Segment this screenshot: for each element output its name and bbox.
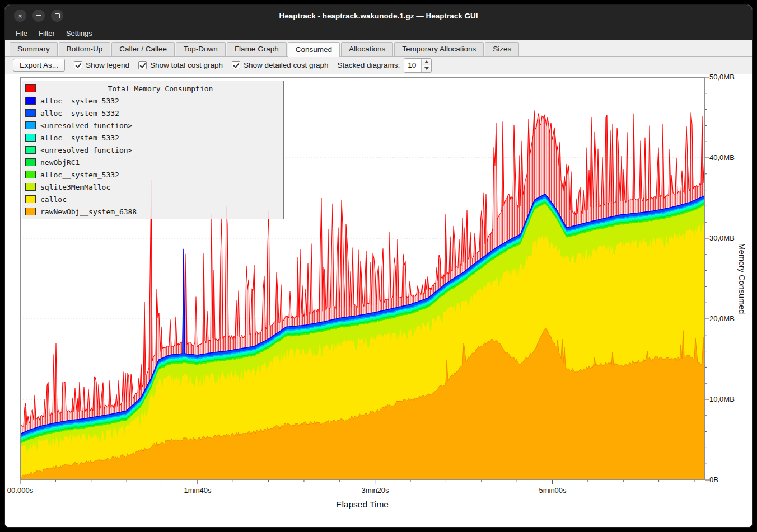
x-tick-label: 1min40s	[184, 486, 211, 495]
legend-color-swatch	[25, 97, 36, 105]
arrow-up-icon	[424, 60, 429, 63]
legend-item: newObjRC1	[24, 156, 282, 168]
arrow-down-icon	[424, 67, 429, 70]
y-axis-title: Memory Consumed	[737, 243, 746, 314]
legend-color-swatch	[25, 171, 36, 178]
close-button[interactable]: ×	[14, 10, 26, 22]
tab-top-down[interactable]: Top-Down	[176, 42, 226, 56]
tab-flame-graph[interactable]: Flame Graph	[227, 42, 287, 56]
titlebar[interactable]: × Heaptrack - heaptrack.wakunode.1.gz — …	[5, 5, 752, 26]
legend-item: alloc__system_5332	[24, 95, 282, 107]
minimize-icon	[36, 15, 41, 16]
legend-label: <unresolved function>	[40, 121, 132, 130]
x-axis-title: Elapsed Time	[336, 500, 389, 510]
show-total-cost-graph-checkbox[interactable]: Show total cost graph	[138, 61, 223, 69]
legend-color-swatch	[25, 183, 36, 191]
menu-settings[interactable]: Settings	[61, 27, 97, 39]
legend-label: alloc__system_5332	[40, 109, 119, 117]
legend-item: sqlite3MemMalloc	[24, 181, 282, 193]
tab-sizes[interactable]: Sizes	[485, 42, 519, 56]
menu-file[interactable]: File	[11, 27, 32, 39]
tab-bottom-up[interactable]: Bottom-Up	[59, 42, 111, 56]
legend-item: alloc__system_5332	[24, 107, 282, 119]
chart-legend: Total Memory Consumptionalloc__system_53…	[22, 81, 284, 219]
legend-item: rawNewObj__system_6388	[24, 205, 282, 218]
legend-color-swatch	[25, 121, 36, 129]
checkbox-label: Show total cost graph	[150, 61, 223, 69]
checkbox-checked-icon	[74, 61, 82, 69]
tab-consumed[interactable]: Consumed	[288, 42, 340, 57]
legend-label: Total Memory Consumption	[40, 84, 281, 93]
maximize-button[interactable]	[51, 10, 63, 22]
stacked-diagrams-group: Stacked diagrams: 10	[338, 58, 432, 73]
legend-label: <unresolved function>	[40, 146, 132, 154]
spin-up-button[interactable]	[422, 59, 431, 66]
legend-title-row: Total Memory Consumption	[24, 82, 282, 95]
legend-label: calloc	[40, 195, 67, 204]
consumed-chart-panel: Total Memory Consumptionalloc__system_53…	[5, 74, 753, 528]
x-tick-label: 5min00s	[539, 486, 566, 495]
show-detailed-cost-graph-checkbox[interactable]: Show detailed cost graph	[232, 61, 329, 69]
stacked-diagrams-label: Stacked diagrams:	[338, 61, 400, 69]
y-tick-label: 10,0MB	[709, 395, 749, 403]
legend-color-swatch	[25, 84, 36, 92]
legend-label: alloc__system_5332	[40, 171, 119, 179]
legend-color-swatch	[25, 158, 36, 166]
legend-item: calloc	[24, 193, 282, 205]
y-tick-label: 50,0MB	[709, 73, 749, 81]
menu-filter[interactable]: Filter	[34, 27, 60, 39]
y-tick-label: 40,0MB	[709, 153, 749, 162]
spinbox-value: 10	[404, 59, 421, 72]
y-tick-label: 20,0MB	[709, 314, 749, 323]
legend-color-swatch	[25, 109, 36, 117]
legend-item: alloc__system_5332	[24, 168, 282, 181]
x-tick-label: 00.000s	[7, 486, 33, 495]
legend-color-swatch	[25, 195, 36, 203]
legend-label: rawNewObj__system_6388	[40, 208, 137, 216]
legend-item: <unresolved function>	[24, 119, 282, 131]
checkbox-checked-icon	[138, 61, 147, 69]
toolbar: Export As... Show legend Show total cost…	[5, 57, 752, 74]
spin-down-button[interactable]	[422, 65, 431, 72]
y-tick-label: 0B	[709, 475, 749, 484]
heaptrack-window: × Heaptrack - heaptrack.wakunode.1.gz — …	[4, 4, 753, 528]
legend-color-swatch	[25, 146, 36, 154]
export-as-button[interactable]: Export As...	[13, 59, 65, 72]
legend-item: alloc__system_5332	[24, 131, 282, 144]
legend-color-swatch	[25, 208, 36, 215]
tab-temporary-allocations[interactable]: Temporary Allocations	[394, 42, 484, 56]
minimize-button[interactable]	[32, 10, 45, 22]
stacked-diagrams-spinbox[interactable]: 10	[404, 58, 432, 73]
show-legend-checkbox[interactable]: Show legend	[74, 61, 129, 69]
legend-label: alloc__system_5332	[40, 97, 119, 105]
tab-summary[interactable]: Summary	[10, 42, 58, 56]
checkbox-checked-icon	[232, 61, 240, 69]
tab-caller-callee[interactable]: Caller / Callee	[111, 42, 175, 56]
legend-item: <unresolved function>	[24, 144, 282, 156]
legend-color-swatch	[25, 134, 36, 142]
x-tick-label: 3min20s	[361, 486, 389, 495]
checkbox-label: Show detailed cost graph	[244, 61, 329, 69]
maximize-icon	[55, 13, 60, 18]
close-icon: ×	[18, 12, 22, 20]
window-controls: ×	[14, 10, 63, 22]
tab-allocations[interactable]: Allocations	[341, 42, 393, 56]
legend-label: newObjRC1	[40, 158, 80, 167]
legend-label: alloc__system_5332	[40, 134, 119, 142]
window-title: Heaptrack - heaptrack.wakunode.1.gz — He…	[5, 12, 752, 20]
legend-label: sqlite3MemMalloc	[40, 183, 110, 191]
tab-bar: Summary Bottom-Up Caller / Callee Top-Do…	[5, 40, 752, 57]
checkbox-label: Show legend	[86, 61, 129, 69]
menubar: File Filter Settings	[5, 26, 752, 40]
y-tick-label: 30,0MB	[709, 234, 749, 242]
